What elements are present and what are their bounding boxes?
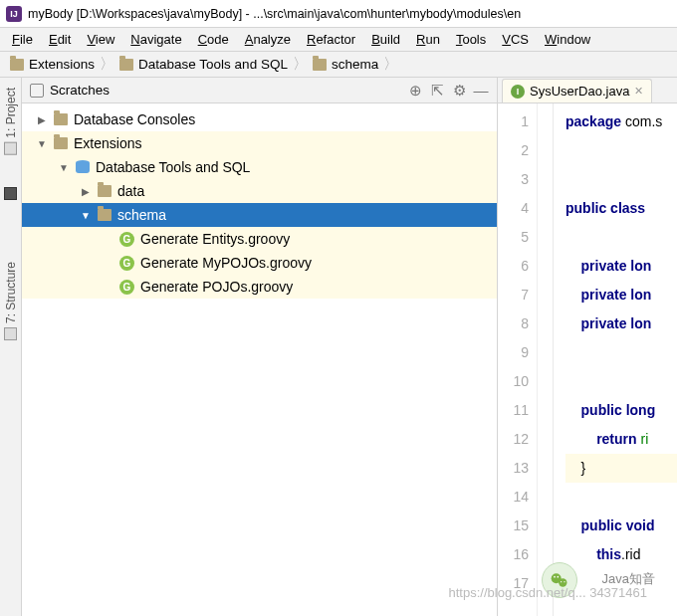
svg-point-2 <box>554 576 556 578</box>
editor-tabs: I SysUserDao.java ✕ <box>498 78 677 103</box>
project-icon <box>4 142 17 155</box>
folder-icon <box>54 137 68 149</box>
tree-item[interactable]: ▼Extensions <box>22 131 497 155</box>
project-panel: Scratches ⊕ ⇱ ⚙ — ▶Database Consoles▼Ext… <box>22 78 498 616</box>
breadcrumb-item[interactable]: schema <box>309 57 382 72</box>
folder-icon <box>54 113 68 125</box>
chevron-right-icon: 〉 <box>99 55 115 74</box>
tree-item[interactable]: GGenerate MyPOJOs.groovy <box>22 251 497 275</box>
fold-bar[interactable] <box>538 103 554 616</box>
menu-window[interactable]: Window <box>539 30 596 49</box>
groovy-file-icon: G <box>119 256 134 271</box>
menu-navigate[interactable]: Navigate <box>124 30 187 49</box>
expand-arrow-icon[interactable]: ▼ <box>80 210 92 221</box>
left-tool-gutter: 1: Project 7: Structure <box>0 78 22 616</box>
chevron-right-icon: 〉 <box>382 55 399 74</box>
tree-item-label: Generate Entitys.groovy <box>140 231 290 247</box>
tree-item[interactable]: GGenerate Entitys.groovy <box>22 227 497 251</box>
title-bar: IJ myBody [D:\Workspaces\java\myBody] - … <box>0 0 677 28</box>
editor-tab-label: SysUserDao.java <box>530 84 629 99</box>
groovy-file-icon: G <box>119 232 134 247</box>
menu-view[interactable]: View <box>81 30 120 49</box>
menu-tools[interactable]: Tools <box>450 30 492 49</box>
scratches-icon <box>30 84 44 98</box>
tool-structure-label: 7: Structure <box>4 262 18 323</box>
tree-item-label: Generate POJOs.groovy <box>140 279 293 295</box>
menu-bar: FileEditViewNavigateCodeAnalyzeRefactorB… <box>0 28 677 52</box>
breadcrumb-item[interactable]: Database Tools and SQL <box>115 57 292 72</box>
editor-area: I SysUserDao.java ✕ 12345678910111213141… <box>498 78 677 616</box>
menu-run[interactable]: Run <box>410 30 446 49</box>
hide-icon[interactable]: — <box>473 83 489 99</box>
database-icon <box>76 160 90 174</box>
tree-item-label: Generate MyPOJOs.groovy <box>140 255 312 271</box>
file-tree[interactable]: ▶Database Consoles▼Extensions▼Database T… <box>22 103 497 616</box>
panel-title[interactable]: Scratches <box>50 83 401 98</box>
main-area: 1: Project 7: Structure Scratches ⊕ ⇱ ⚙ … <box>0 78 677 616</box>
tree-item[interactable]: ▼schema <box>22 203 497 227</box>
overlay-label: Java知音 <box>602 570 655 588</box>
tree-item[interactable]: ▶data <box>22 179 497 203</box>
collapse-icon[interactable]: ⇱ <box>429 83 445 99</box>
gear-icon[interactable]: ⚙ <box>451 83 467 99</box>
target-icon[interactable]: ⊕ <box>407 83 423 99</box>
window-title: myBody [D:\Workspaces\java\myBody] - ...… <box>28 7 521 21</box>
line-number-gutter: 1234567891011121314151617 <box>498 103 538 616</box>
wechat-qr-icon <box>542 562 577 598</box>
folder-icon <box>98 209 112 221</box>
structure-icon <box>4 327 17 340</box>
tree-item-label: Database Tools and SQL <box>96 159 250 175</box>
expand-arrow-icon[interactable]: ▼ <box>36 138 48 149</box>
tool-project-tab[interactable]: 1: Project <box>4 84 18 159</box>
tree-item-label: Extensions <box>74 135 141 151</box>
editor-tab[interactable]: I SysUserDao.java ✕ <box>502 79 652 103</box>
expand-arrow-icon[interactable]: ▼ <box>58 162 70 173</box>
tree-item-label: schema <box>117 207 166 223</box>
menu-edit[interactable]: Edit <box>43 30 77 49</box>
panel-header: Scratches ⊕ ⇱ ⚙ — <box>22 78 497 103</box>
menu-vcs[interactable]: VCS <box>496 30 535 49</box>
expand-arrow-icon[interactable]: ▶ <box>36 114 48 125</box>
svg-point-3 <box>558 576 560 578</box>
chevron-right-icon: 〉 <box>292 55 309 74</box>
folder-icon <box>119 59 133 71</box>
expand-arrow-icon[interactable]: ▶ <box>80 186 92 197</box>
menu-code[interactable]: Code <box>192 30 235 49</box>
app-icon: IJ <box>6 6 22 22</box>
svg-point-1 <box>559 578 566 586</box>
folder-icon <box>98 185 112 197</box>
close-icon[interactable]: ✕ <box>634 85 643 98</box>
tree-item[interactable]: GGenerate POJOs.groovy <box>22 275 497 299</box>
folder-icon <box>313 59 327 71</box>
tool-structure-tab[interactable]: 7: Structure <box>4 258 18 344</box>
svg-point-5 <box>564 581 564 582</box>
tree-item[interactable]: ▶Database Consoles <box>22 107 497 131</box>
code-lines[interactable]: package com.spublic class private lon pr… <box>554 103 677 616</box>
menu-analyze[interactable]: Analyze <box>239 30 297 49</box>
breadcrumb-item[interactable]: Extensions <box>6 57 99 72</box>
menu-refactor[interactable]: Refactor <box>301 30 361 49</box>
menu-build[interactable]: Build <box>365 30 406 49</box>
tree-item[interactable]: ▼Database Tools and SQL <box>22 155 497 179</box>
menu-file[interactable]: File <box>6 30 39 49</box>
svg-point-4 <box>561 581 562 582</box>
java-interface-icon: I <box>511 85 525 99</box>
tool-project-label: 1: Project <box>4 88 18 138</box>
tree-item-label: data <box>117 183 144 199</box>
tree-item-label: Database Consoles <box>74 111 195 127</box>
breadcrumb-bar: Extensions〉Database Tools and SQL〉schema… <box>0 52 677 78</box>
groovy-file-icon: G <box>119 280 134 295</box>
code-area[interactable]: 1234567891011121314151617 package com.sp… <box>498 103 677 616</box>
folder-icon <box>10 59 24 71</box>
bookmark-icon[interactable] <box>4 187 17 200</box>
